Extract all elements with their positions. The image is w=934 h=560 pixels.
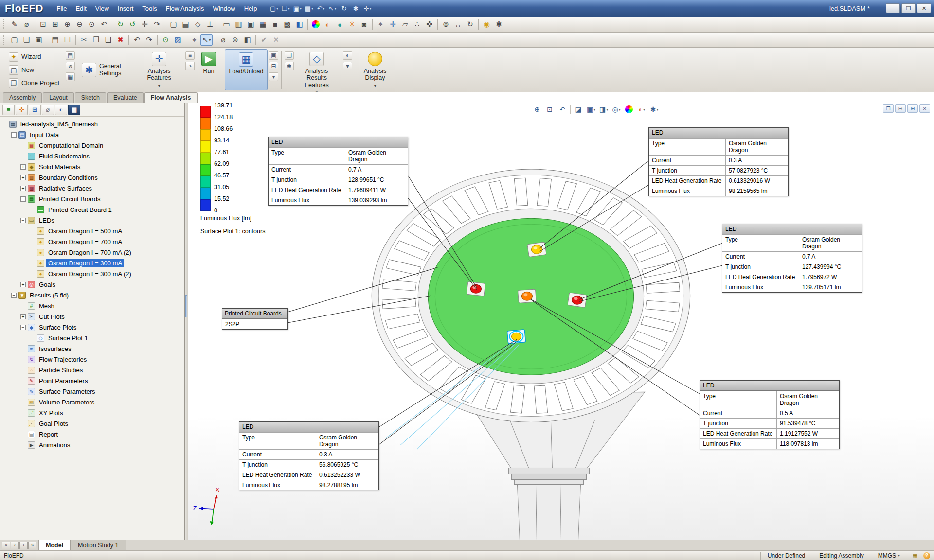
minimize-button[interactable]: —	[886, 3, 900, 13]
tree-item-mesh[interactable]: #Mesh	[0, 300, 184, 311]
viewport[interactable]: ⊕⊡↶◪▣▾◨▾◎▾◐▾✱▾ ❐⊟⊞✕ 139.71124.18108.6693…	[188, 103, 934, 540]
paste-icon[interactable]: ❑	[102, 34, 114, 46]
configuration-manager-icon[interactable]: ⊞	[29, 105, 41, 115]
results-summary-icon[interactable]: ❏	[285, 51, 294, 60]
tab-scroll-start-icon[interactable]: «	[2, 542, 10, 549]
sketch-icon[interactable]: ✎	[8, 18, 20, 30]
environment-icon[interactable]: ●	[334, 18, 346, 30]
expand-icon[interactable]: +	[20, 175, 26, 180]
tree-item-report[interactable]: ▤Report	[0, 429, 184, 439]
wizard-button[interactable]: ✦ Wizard	[7, 52, 61, 62]
engineering-database-icon[interactable]: ▤	[66, 51, 75, 60]
select-pointer-icon[interactable]: ↖▾	[326, 3, 338, 14]
undo-icon[interactable]: ↶▾	[315, 3, 326, 14]
annotation-note-icon[interactable]: ▦	[911, 552, 919, 559]
tree-item-xy-plots[interactable]: ⋰XY Plots	[0, 407, 184, 418]
hidden-lines-visible-icon[interactable]: ▥	[233, 18, 245, 30]
edit-color-icon[interactable]: ▨	[172, 34, 184, 46]
tree-item-osram-dragon-i-700-ma-2[interactable]: ●Osram Dragon I = 700 mA (2)	[0, 247, 184, 258]
cut-icon[interactable]: ✂	[78, 34, 90, 46]
tree-item-boundary-conditions[interactable]: +▥Boundary Conditions	[0, 172, 184, 183]
zoom-fit-icon[interactable]: ⊡	[37, 18, 49, 30]
tab-scroll-right-icon[interactable]: ›	[19, 542, 28, 549]
roll-view-icon[interactable]: ↷	[151, 18, 163, 30]
callout-led-right[interactable]: LEDTypeOsram Golden DragonCurrent0.7 AT …	[722, 224, 862, 293]
shadows-icon[interactable]: ▩	[281, 18, 293, 30]
move-component-icon[interactable]: ↔	[452, 18, 464, 30]
section-view-icon[interactable]: ◧	[293, 18, 305, 30]
property-manager-icon[interactable]: ✜	[16, 105, 28, 115]
collapse-icon[interactable]: −	[20, 325, 26, 330]
display-dropdown-icon[interactable]: ▾	[343, 62, 352, 70]
previous-view-icon[interactable]: ↶	[557, 104, 568, 115]
tab-assembly[interactable]: Assembly	[3, 92, 42, 103]
open-file-icon[interactable]: ❏▾	[280, 3, 291, 14]
tab-sketch[interactable]: Sketch	[75, 92, 106, 103]
mass-properties-icon[interactable]: ⊚	[229, 34, 241, 46]
display-style-icon[interactable]: ◨▾	[598, 104, 610, 115]
tree-item-radiative-surfaces[interactable]: +▨Radiative Surfaces	[0, 183, 184, 193]
calculation-control-icon[interactable]: ▦	[66, 72, 75, 81]
hidden-lines-removed-icon[interactable]: ▣	[245, 18, 257, 30]
options-icon[interactable]: ✛▾	[361, 3, 373, 14]
run-button[interactable]: ▶ Run	[196, 49, 221, 90]
close-button[interactable]: ✕	[917, 3, 931, 13]
display-parameters-icon[interactable]: ◐	[343, 51, 352, 60]
tree-item-osram-dragon-i-500-ma[interactable]: ●Osram Dragon I = 500 mA	[0, 226, 184, 236]
tree-item-osram-dragon-i-700-ma[interactable]: ●Osram Dragon I = 700 mA	[0, 236, 184, 247]
viewport-close-icon[interactable]: ✕	[919, 104, 930, 113]
rebuild-model-icon[interactable]: ⊙	[160, 34, 172, 46]
expand-icon[interactable]: +	[20, 186, 26, 191]
new-file-icon[interactable]: ▢▾	[268, 3, 280, 14]
menu-insert[interactable]: Insert	[113, 3, 138, 14]
unload-results-icon[interactable]: ⊟	[269, 62, 278, 70]
print-icon[interactable]: ▤▾	[303, 3, 315, 14]
zoom-area-icon[interactable]: ⊞	[49, 18, 61, 30]
analysis-features-button[interactable]: ✛ Analysis Features ▾	[138, 49, 180, 90]
reference-plane-icon[interactable]: ▱	[399, 18, 411, 30]
selection-filter-icon[interactable]: ⌖	[188, 34, 200, 46]
tree-item-solid-materials[interactable]: +◆Solid Materials	[0, 161, 184, 172]
general-settings-button[interactable]: ✱ General Settings	[80, 49, 134, 90]
zoom-out-icon[interactable]: ⊖	[73, 18, 86, 30]
previous-view-icon[interactable]: ↶	[98, 18, 110, 30]
copy-icon[interactable]: ❐	[90, 34, 102, 46]
tree-item-results-5-fld[interactable]: −▼Results (5.fld)	[0, 290, 184, 300]
top-view-icon[interactable]: ▤	[180, 18, 192, 30]
print-document-icon[interactable]: ▤	[49, 34, 61, 46]
analysis-results-features-button[interactable]: ◇ Analysis Results Features ▾	[295, 49, 338, 90]
menu-file[interactable]: File	[53, 3, 72, 14]
tree-item-goal-plots[interactable]: ⋰Goal Plots	[0, 418, 184, 429]
normal-to-icon[interactable]: ⊥	[204, 18, 216, 30]
reference-geometry-icon[interactable]: ⌖	[375, 18, 387, 30]
viewport-maximize-icon[interactable]: ⊞	[907, 104, 918, 113]
tree-item-input-data[interactable]: −▤Input Data	[0, 129, 184, 140]
callout-led-bottom-right[interactable]: LEDTypeOsram Golden DragonCurrent0.5 AT …	[700, 380, 840, 449]
cancel-icon[interactable]: ✕	[270, 34, 282, 46]
edit-appearance-icon[interactable]	[625, 105, 633, 113]
tree-item-printed-circuit-board-1[interactable]: ▬Printed Circuit Board 1	[0, 204, 184, 215]
tree-item-osram-dragon-i-300-ma-2[interactable]: ●Osram Dragon I = 300 mA (2)	[0, 268, 184, 279]
callout-printed-circuit-boards[interactable]: Printed Circuit Boards2S2P	[222, 308, 288, 330]
smart-dimension-icon[interactable]: ⌀	[20, 18, 33, 30]
print-preview-icon[interactable]: ☐	[61, 34, 73, 46]
collapse-icon[interactable]: −	[11, 293, 17, 298]
expand-icon[interactable]: +	[20, 164, 26, 170]
load-unload-button[interactable]: ▦ Load/Unload	[225, 49, 268, 90]
tree-item-printed-circuit-boards[interactable]: −▦Printed Circuit Boards	[0, 193, 184, 204]
callout-led-bottom[interactable]: LEDTypeOsram Golden DragonCurrent0.3 AT …	[239, 421, 379, 490]
coordinate-system-icon[interactable]: ✜	[423, 18, 435, 30]
save-results-icon[interactable]: ▣	[269, 51, 278, 60]
collapse-icon[interactable]: −	[11, 132, 17, 138]
doc-tab-model[interactable]: Model	[38, 540, 71, 550]
tree-item-computational-domain[interactable]: ▦Computational Domain	[0, 140, 184, 151]
menu-help[interactable]: Help	[240, 3, 262, 14]
rotate-view-icon[interactable]: ↺	[126, 18, 139, 30]
callout-led-top-right[interactable]: LEDTypeOsram Golden DragonCurrent0.3 AT …	[648, 127, 789, 196]
tree-item-fluid-subdomains[interactable]: ≈Fluid Subdomains	[0, 151, 184, 161]
rotate-component-icon[interactable]: ↻	[464, 18, 476, 30]
hide-show-items-icon[interactable]: ◎▾	[611, 104, 622, 115]
section-properties-icon[interactable]: ◧	[241, 34, 253, 46]
edit-appearance-icon[interactable]	[312, 20, 320, 28]
tree-item-volume-parameters[interactable]: ▧Volume Parameters	[0, 397, 184, 407]
